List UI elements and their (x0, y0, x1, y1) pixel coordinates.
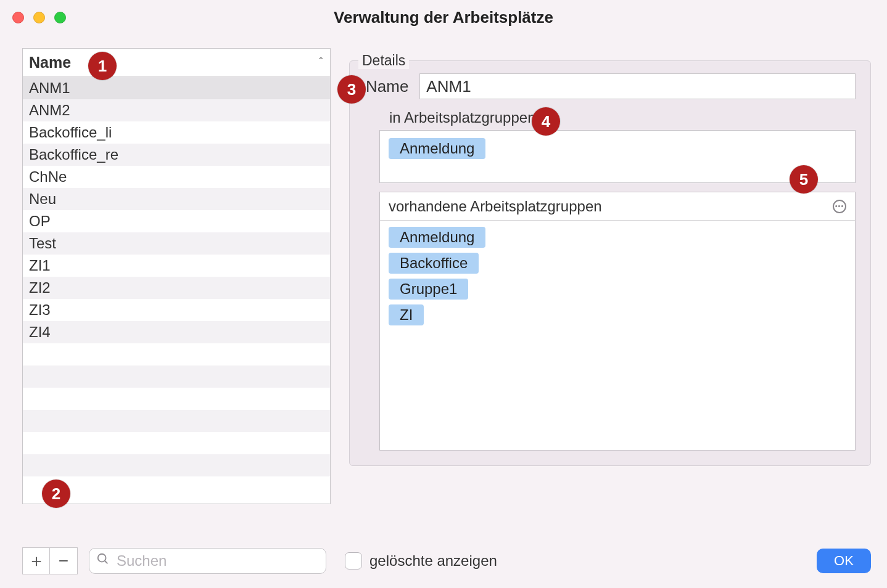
workplaces-table: Name ˆ ANM1ANM2Backoffice_liBackoffice_r… (22, 48, 331, 504)
remove-button[interactable]: − (50, 548, 77, 574)
assigned-groups-box[interactable]: Anmeldung (379, 130, 856, 183)
list-item[interactable]: Backoffice_re (23, 144, 330, 166)
list-item-empty (23, 410, 330, 432)
list-item[interactable]: Test (23, 232, 330, 255)
available-groups-label: vorhandene Arbeitsplatzgruppen (389, 198, 602, 215)
bottom-toolbar: ＋ − gelöschte anzeigen OK (22, 547, 871, 574)
assigned-groups-label: in Arbeitsplatzgruppen (389, 109, 856, 126)
list-item-empty (23, 343, 330, 365)
list-item[interactable]: ChNe (23, 166, 330, 188)
titlebar: Verwaltung der Arbeitsplätze (0, 0, 887, 35)
list-item[interactable]: Backoffice_li (23, 121, 330, 144)
search-input[interactable] (89, 548, 326, 574)
details-pane: Details Name in Arbeitsplatzgruppen Anme… (349, 48, 871, 534)
list-item[interactable]: OP (23, 210, 330, 232)
annotation-badge-4: 4 (532, 107, 560, 136)
group-tag[interactable]: Gruppe1 (389, 279, 468, 300)
close-window-button[interactable] (12, 12, 24, 23)
window-title: Verwaltung der Arbeitsplätze (0, 8, 887, 27)
list-item[interactable]: ZI1 (23, 255, 330, 277)
name-input[interactable] (419, 73, 856, 99)
add-remove-group: ＋ − (22, 547, 78, 574)
list-item[interactable]: ZI4 (23, 321, 330, 343)
available-groups-list[interactable]: AnmeldungBackofficeGruppe1ZI (380, 221, 855, 332)
show-deleted-label: gelöschte anzeigen (369, 552, 497, 570)
traffic-lights (12, 12, 66, 23)
column-header-name[interactable]: Name ˆ (23, 49, 330, 77)
details-legend: Details (358, 52, 409, 69)
minimize-window-button[interactable] (33, 12, 45, 23)
list-item-empty (23, 432, 330, 454)
minus-icon: − (59, 551, 68, 571)
list-item-empty (23, 365, 330, 388)
list-item-empty (23, 454, 330, 476)
list-item[interactable]: ZI2 (23, 277, 330, 299)
maximize-window-button[interactable] (54, 12, 66, 23)
annotation-badge-3: 3 (337, 75, 366, 104)
group-tag[interactable]: Anmeldung (389, 138, 485, 159)
list-item-empty (23, 388, 330, 410)
list-item[interactable]: ANM1 (23, 77, 330, 99)
annotation-badge-1: 1 (88, 52, 117, 80)
ok-button[interactable]: OK (817, 549, 871, 573)
group-tag[interactable]: Backoffice (389, 253, 479, 274)
list-item[interactable]: ZI3 (23, 299, 330, 321)
name-label: Name (366, 77, 408, 96)
add-button[interactable]: ＋ (23, 548, 50, 574)
group-tag[interactable]: Anmeldung (389, 227, 485, 248)
workplaces-list-pane: Name ˆ ANM1ANM2Backoffice_liBackoffice_r… (22, 48, 331, 534)
sort-ascending-icon: ˆ (319, 56, 323, 69)
annotation-badge-5: 5 (790, 165, 818, 194)
checkbox-icon (345, 552, 362, 570)
column-header-label: Name (29, 54, 71, 71)
list-item[interactable]: ANM2 (23, 99, 330, 121)
more-options-icon[interactable]: ••• (833, 200, 846, 213)
plus-icon: ＋ (28, 549, 45, 573)
workplaces-list[interactable]: ANM1ANM2Backoffice_liBackoffice_reChNeNe… (23, 77, 330, 504)
available-groups-box: vorhandene Arbeitsplatzgruppen ••• Anmel… (379, 192, 856, 451)
annotation-badge-2: 2 (42, 480, 70, 508)
details-fieldset: Details Name in Arbeitsplatzgruppen Anme… (349, 60, 871, 466)
group-tag[interactable]: ZI (389, 304, 424, 325)
show-deleted-checkbox[interactable]: gelöschte anzeigen (345, 552, 497, 570)
list-item[interactable]: Neu (23, 188, 330, 210)
